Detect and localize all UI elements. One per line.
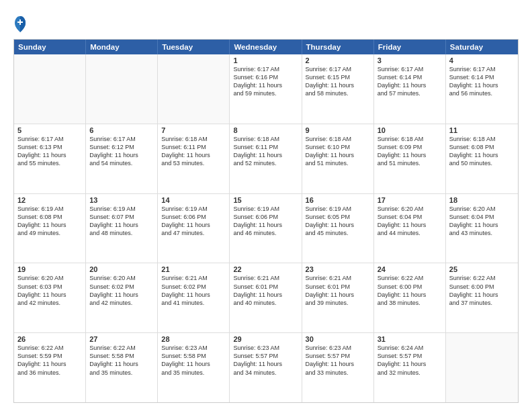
day-cell: 3Sunrise: 6:17 AMSunset: 6:14 PMDaylight… xyxy=(374,54,446,124)
day-number: 6 xyxy=(89,126,154,134)
day-number: 21 xyxy=(161,265,226,273)
day-cell: 1Sunrise: 6:17 AMSunset: 6:16 PMDaylight… xyxy=(230,54,302,124)
day-header-saturday: Saturday xyxy=(446,40,518,54)
day-info: Sunrise: 6:22 AMSunset: 5:59 PMDaylight:… xyxy=(17,344,82,377)
day-number: 24 xyxy=(378,265,442,273)
day-number: 19 xyxy=(17,265,82,273)
day-info: Sunrise: 6:18 AMSunset: 6:11 PMDaylight:… xyxy=(233,135,298,168)
day-info: Sunrise: 6:19 AMSunset: 6:08 PMDaylight:… xyxy=(17,205,82,238)
day-info: Sunrise: 6:19 AMSunset: 6:06 PMDaylight:… xyxy=(233,205,298,238)
day-cell: 11Sunrise: 6:18 AMSunset: 6:08 PMDayligh… xyxy=(446,124,518,193)
day-number: 27 xyxy=(89,335,154,343)
day-cell: 2Sunrise: 6:17 AMSunset: 6:15 PMDaylight… xyxy=(302,54,374,124)
day-info: Sunrise: 6:17 AMSunset: 6:13 PMDaylight:… xyxy=(17,135,82,168)
day-number: 1 xyxy=(233,56,298,64)
day-number: 14 xyxy=(161,196,226,204)
day-number: 13 xyxy=(89,196,154,204)
day-cell: 28Sunrise: 6:23 AMSunset: 5:58 PMDayligh… xyxy=(158,333,230,402)
day-number: 2 xyxy=(306,56,370,64)
day-info: Sunrise: 6:18 AMSunset: 6:11 PMDaylight:… xyxy=(161,135,226,168)
day-cell: 13Sunrise: 6:19 AMSunset: 6:07 PMDayligh… xyxy=(86,194,158,263)
day-number: 25 xyxy=(449,265,515,273)
calendar-header: SundayMondayTuesdayWednesdayThursdayFrid… xyxy=(14,40,518,54)
day-info: Sunrise: 6:19 AMSunset: 6:07 PMDaylight:… xyxy=(89,205,154,238)
day-info: Sunrise: 6:23 AMSunset: 5:57 PMDaylight:… xyxy=(306,344,370,377)
day-number: 15 xyxy=(233,196,298,204)
day-cell: 26Sunrise: 6:22 AMSunset: 5:59 PMDayligh… xyxy=(14,333,86,402)
day-cell: 18Sunrise: 6:20 AMSunset: 6:04 PMDayligh… xyxy=(446,194,518,263)
day-cell xyxy=(446,333,518,402)
day-info: Sunrise: 6:18 AMSunset: 6:10 PMDaylight:… xyxy=(306,135,370,168)
day-header-monday: Monday xyxy=(86,40,158,54)
day-number: 7 xyxy=(161,126,226,134)
day-info: Sunrise: 6:18 AMSunset: 6:08 PMDaylight:… xyxy=(449,135,515,168)
day-number: 28 xyxy=(161,335,226,343)
day-info: Sunrise: 6:17 AMSunset: 6:12 PMDaylight:… xyxy=(89,135,154,168)
day-info: Sunrise: 6:20 AMSunset: 6:03 PMDaylight:… xyxy=(17,274,82,307)
day-cell: 7Sunrise: 6:18 AMSunset: 6:11 PMDaylight… xyxy=(158,124,230,193)
day-number: 22 xyxy=(233,265,298,273)
day-info: Sunrise: 6:22 AMSunset: 5:58 PMDaylight:… xyxy=(89,344,154,377)
day-cell xyxy=(158,54,230,124)
day-cell: 25Sunrise: 6:22 AMSunset: 6:00 PMDayligh… xyxy=(446,263,518,332)
day-cell: 20Sunrise: 6:20 AMSunset: 6:02 PMDayligh… xyxy=(86,263,158,332)
day-cell: 24Sunrise: 6:22 AMSunset: 6:00 PMDayligh… xyxy=(374,263,446,332)
day-info: Sunrise: 6:17 AMSunset: 6:14 PMDaylight:… xyxy=(449,65,515,98)
day-number: 20 xyxy=(89,265,154,273)
day-number: 10 xyxy=(378,126,442,134)
day-cell: 23Sunrise: 6:21 AMSunset: 6:01 PMDayligh… xyxy=(302,263,374,332)
day-cell: 30Sunrise: 6:23 AMSunset: 5:57 PMDayligh… xyxy=(302,333,374,402)
day-cell: 27Sunrise: 6:22 AMSunset: 5:58 PMDayligh… xyxy=(86,333,158,402)
day-number: 16 xyxy=(306,196,370,204)
day-number: 9 xyxy=(306,126,370,134)
day-cell: 6Sunrise: 6:17 AMSunset: 6:12 PMDaylight… xyxy=(86,124,158,193)
day-cell: 19Sunrise: 6:20 AMSunset: 6:03 PMDayligh… xyxy=(14,263,86,332)
week-row-4: 26Sunrise: 6:22 AMSunset: 5:59 PMDayligh… xyxy=(14,332,518,402)
day-cell: 4Sunrise: 6:17 AMSunset: 6:14 PMDaylight… xyxy=(446,54,518,124)
day-number: 26 xyxy=(17,335,82,343)
day-number: 4 xyxy=(449,56,515,64)
day-info: Sunrise: 6:24 AMSunset: 5:57 PMDaylight:… xyxy=(378,344,442,377)
day-info: Sunrise: 6:22 AMSunset: 6:00 PMDaylight:… xyxy=(378,274,442,307)
day-info: Sunrise: 6:17 AMSunset: 6:16 PMDaylight:… xyxy=(233,65,298,98)
week-row-1: 5Sunrise: 6:17 AMSunset: 6:13 PMDaylight… xyxy=(14,124,518,193)
week-row-3: 19Sunrise: 6:20 AMSunset: 6:03 PMDayligh… xyxy=(14,263,518,332)
day-number: 3 xyxy=(378,56,442,64)
day-number: 30 xyxy=(306,335,370,343)
day-info: Sunrise: 6:21 AMSunset: 6:02 PMDaylight:… xyxy=(161,274,226,307)
day-number: 18 xyxy=(449,196,515,204)
day-cell: 31Sunrise: 6:24 AMSunset: 5:57 PMDayligh… xyxy=(374,333,446,402)
day-cell xyxy=(86,54,158,124)
header xyxy=(13,12,519,34)
day-cell: 12Sunrise: 6:19 AMSunset: 6:08 PMDayligh… xyxy=(14,194,86,263)
day-number: 31 xyxy=(378,335,442,343)
logo-icon xyxy=(13,15,27,34)
calendar-body: 1Sunrise: 6:17 AMSunset: 6:16 PMDaylight… xyxy=(14,54,518,402)
day-number: 8 xyxy=(233,126,298,134)
day-cell xyxy=(14,54,86,124)
day-cell: 5Sunrise: 6:17 AMSunset: 6:13 PMDaylight… xyxy=(14,124,86,193)
day-number: 12 xyxy=(17,196,82,204)
day-cell: 17Sunrise: 6:20 AMSunset: 6:04 PMDayligh… xyxy=(374,194,446,263)
page: SundayMondayTuesdayWednesdayThursdayFrid… xyxy=(0,0,532,411)
day-info: Sunrise: 6:20 AMSunset: 6:02 PMDaylight:… xyxy=(89,274,154,307)
day-info: Sunrise: 6:19 AMSunset: 6:06 PMDaylight:… xyxy=(161,205,226,238)
day-cell: 29Sunrise: 6:23 AMSunset: 5:57 PMDayligh… xyxy=(230,333,302,402)
day-cell: 21Sunrise: 6:21 AMSunset: 6:02 PMDayligh… xyxy=(158,263,230,332)
day-info: Sunrise: 6:17 AMSunset: 6:15 PMDaylight:… xyxy=(306,65,370,98)
week-row-0: 1Sunrise: 6:17 AMSunset: 6:16 PMDaylight… xyxy=(14,54,518,124)
day-cell: 14Sunrise: 6:19 AMSunset: 6:06 PMDayligh… xyxy=(158,194,230,263)
day-info: Sunrise: 6:21 AMSunset: 6:01 PMDaylight:… xyxy=(306,274,370,307)
day-header-friday: Friday xyxy=(374,40,446,54)
day-number: 11 xyxy=(449,126,515,134)
day-cell: 9Sunrise: 6:18 AMSunset: 6:10 PMDaylight… xyxy=(302,124,374,193)
day-header-thursday: Thursday xyxy=(302,40,374,54)
day-number: 5 xyxy=(17,126,82,134)
day-info: Sunrise: 6:19 AMSunset: 6:05 PMDaylight:… xyxy=(306,205,370,238)
day-cell: 10Sunrise: 6:18 AMSunset: 6:09 PMDayligh… xyxy=(374,124,446,193)
day-info: Sunrise: 6:17 AMSunset: 6:14 PMDaylight:… xyxy=(378,65,442,98)
day-info: Sunrise: 6:20 AMSunset: 6:04 PMDaylight:… xyxy=(378,205,442,238)
day-info: Sunrise: 6:23 AMSunset: 5:57 PMDaylight:… xyxy=(233,344,298,377)
day-info: Sunrise: 6:23 AMSunset: 5:58 PMDaylight:… xyxy=(161,344,226,377)
day-header-sunday: Sunday xyxy=(14,40,86,54)
